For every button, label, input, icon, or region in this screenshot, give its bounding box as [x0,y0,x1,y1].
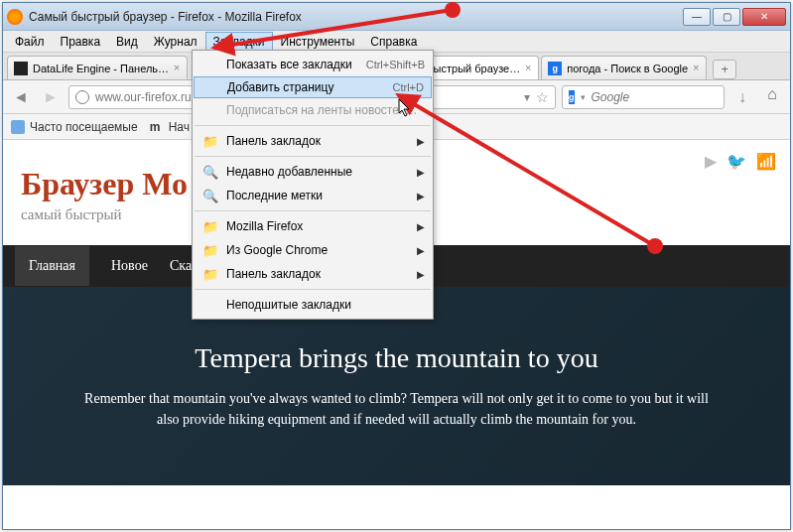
bookmark-most-visited[interactable]: Часто посещаемые [11,120,138,134]
menu-folder-chrome[interactable]: 📁 Из Google Chrome ▶ [193,238,433,262]
menu-bookmarks-toolbar[interactable]: 📁 Панель закладок ▶ [193,129,433,153]
menu-recent-tags[interactable]: 🔍 Последние метки ▶ [193,184,433,207]
tab-label: погода - Поиск в Google [567,63,688,74]
menu-edit[interactable]: Правка [53,32,109,52]
hero-title: Tempera brings the mountain to you [195,342,597,374]
twitter-icon[interactable]: 🐦 [727,152,746,171]
menu-add-bookmark[interactable]: Добавить страницу Ctrl+D [194,76,432,98]
bookmark-label: Часто посещаемые [30,120,138,134]
menu-unsorted-bookmarks[interactable]: Неподшитые закладки [193,293,433,317]
menu-separator [195,125,431,126]
menu-label: Добавить страницу [227,80,393,94]
menu-subscribe-feeds: Подписаться на ленты новостей… [193,98,433,122]
title-bar: Самый быстрый браузер - Firefox - Mozill… [3,3,790,31]
tab-label: DataLife Engine - Панель… [33,63,169,74]
menu-view[interactable]: Вид [108,32,146,52]
menu-shortcut: Ctrl+D [393,81,424,93]
submenu-arrow-icon: ▶ [417,245,425,256]
menu-recent-bookmarks[interactable]: 🔍 Недавно добавленные ▶ [193,160,433,184]
home-button[interactable]: ⌂ [760,85,784,109]
menu-label: Показать все закладки [226,58,366,71]
tab-close-icon[interactable]: × [522,62,534,73]
downloads-button[interactable]: ↓ [730,85,754,109]
menu-tools[interactable]: Инструменты [273,32,363,52]
menu-folder-bookmarks-bar[interactable]: 📁 Панель закладок ▶ [193,262,433,286]
menu-shortcut: Ctrl+Shift+B [366,59,425,70]
menu-label: Неподшитые закладки [226,298,425,312]
search-input[interactable] [592,90,741,104]
favicon-dle [14,62,28,75]
rss-icon[interactable]: 📶 [756,152,776,171]
new-tab-button[interactable]: + [713,60,736,79]
youtube-icon[interactable]: ▶ [705,152,717,171]
submenu-arrow-icon: ▶ [417,269,425,280]
bookmark-label: Нач [169,120,190,134]
folder-icon: 📁 [200,134,220,149]
tab-close-icon[interactable]: × [690,62,702,73]
folder-icon: 📁 [200,267,220,282]
back-button[interactable]: ◄ [9,85,33,109]
bookmarks-dropdown: Показать все закладки Ctrl+Shift+B Добав… [192,50,434,320]
tab-close-icon[interactable]: × [171,62,183,73]
submenu-arrow-icon: ▶ [417,191,425,201]
hero-text: Remember that mountain you've always wan… [79,388,715,430]
menu-help[interactable]: Справка [362,32,425,52]
dropdown-icon[interactable]: ▾ [524,90,530,104]
tab-datalife[interactable]: DataLife Engine - Панель… × [7,56,188,79]
favicon-google: g [548,62,562,75]
menu-bookmarks[interactable]: Закладки [205,32,273,52]
maximize-button[interactable]: ▢ [713,8,740,26]
nav-new[interactable]: Новое [111,258,148,274]
menu-history[interactable]: Журнал [146,32,205,52]
minimize-button[interactable]: — [683,8,711,26]
tab-google-search[interactable]: g погода - Поиск в Google × [541,56,707,79]
menu-separator [195,156,431,157]
menu-label: Из Google Chrome [226,243,411,257]
window-title: Самый быстрый браузер - Firefox - Mozill… [29,10,683,24]
submenu-arrow-icon: ▶ [417,136,425,147]
menu-separator [195,210,431,211]
search-icon: 🔍 [200,165,220,180]
nav-home[interactable]: Главная [15,246,89,286]
search-engine-icon[interactable]: g [569,90,575,104]
menu-show-all-bookmarks[interactable]: Показать все закладки Ctrl+Shift+B [193,53,433,76]
folder-icon: 📁 [200,219,220,234]
firefox-icon [7,9,23,25]
social-icons: ▶ 🐦 📶 [705,152,776,171]
search-icon: 🔍 [200,189,220,203]
menu-label: Панель закладок [226,134,411,148]
menu-file[interactable]: Файл [7,32,53,52]
menu-label: Mozilla Firefox [226,219,411,233]
forward-button[interactable]: ► [39,85,63,109]
bookmark-m-icon: m [150,120,164,134]
folder-icon: 📁 [200,243,220,258]
globe-icon [75,90,89,104]
submenu-arrow-icon: ▶ [417,167,425,178]
menu-label: Панель закладок [226,267,411,281]
menu-label: Недавно добавленные [226,165,411,179]
bookmark-start[interactable]: m Нач [150,120,190,134]
submenu-arrow-icon: ▶ [417,221,425,232]
menu-separator [195,289,431,290]
dropdown-icon[interactable]: ▾ [581,92,586,102]
menu-label: Последние метки [226,189,411,202]
menu-folder-mozilla[interactable]: 📁 Mozilla Firefox ▶ [193,214,433,238]
bookmark-star-icon[interactable]: ☆ [536,89,549,105]
bookmark-icon [11,120,25,134]
close-button[interactable]: ✕ [742,8,786,26]
menu-label: Подписаться на ленты новостей… [226,103,425,117]
search-box[interactable]: g ▾ [562,85,725,109]
